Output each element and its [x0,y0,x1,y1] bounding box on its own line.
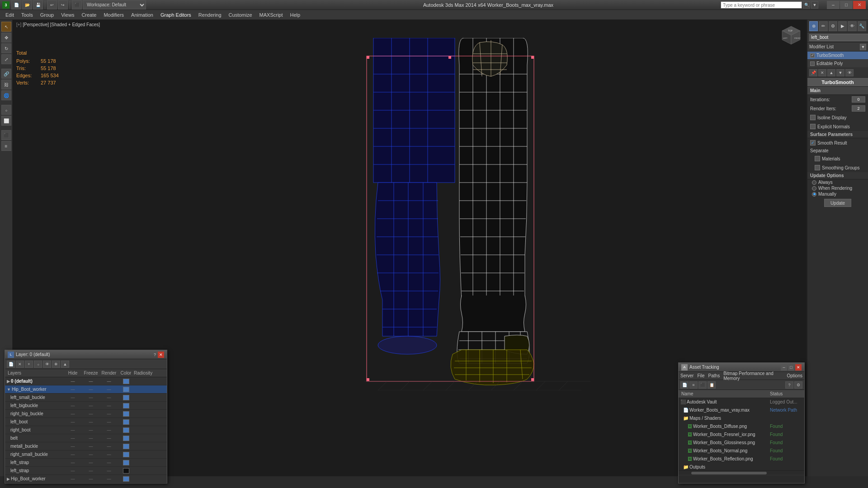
layer-row-1[interactable]: ▼ Hip_Boot_worker — — — [5,385,167,394]
modifier-item-turbosmooth[interactable]: ✓ TurboSmooth [807,52,868,60]
asset-row-diffuse[interactable]: 🖼 Worker_Boots_Diffuse.png Found [679,422,804,431]
workspace-dropdown[interactable]: Workspace: Default [83,0,146,9]
always-radio[interactable] [812,180,816,185]
asset-row-reflection[interactable]: 🖼 Worker_Boots_Reflection.png Found [679,455,804,463]
save-btn[interactable]: 💾 [33,0,43,9]
asset-menu-file[interactable]: File [697,373,704,378]
menu-item-maxscript[interactable]: MAXScript [256,11,287,19]
viewport-cube[interactable]: TOP LEFT FRONT [778,22,805,49]
isoline-checkbox[interactable] [810,115,816,120]
pin-modifier-btn[interactable]: 📌 [809,69,817,76]
asset-menu-bitmap[interactable]: Bitmap Performance and Memory [723,371,783,381]
modifier-list-dropdown[interactable]: ▼ [860,44,866,50]
command-panel-modify-btn[interactable]: ✏ [819,21,827,31]
align-btn[interactable]: ≡ [1,141,11,151]
asset-row-fresnel[interactable]: 🖼 Worker_Boots_Fresnel_ior.png Found [679,431,804,439]
menu-item-group[interactable]: Group [37,11,58,19]
layer-row-11[interactable]: left_strap — — — [5,467,167,475]
render-setup-btn[interactable]: ⬛ [72,0,82,9]
asset-scrollbar[interactable] [691,472,767,474]
layer-row-12[interactable]: ▶ Hip_Boot_worker — — — [5,475,167,483]
when-rendering-radio[interactable] [812,186,816,191]
asset-bottom-input[interactable] [679,475,804,483]
layer-panel-close-btn[interactable]: ✕ [158,352,164,358]
menu-item-tools[interactable]: Tools [18,11,37,19]
smooth-result-checkbox[interactable]: ✓ [810,140,816,145]
minimize-btn[interactable]: – [827,1,840,9]
asset-minimize-btn[interactable]: – [781,364,787,371]
asset-help-btn[interactable]: ? [785,381,793,389]
command-panel-create-btn[interactable]: ⊕ [809,21,818,31]
manually-radio[interactable] [812,192,816,197]
asset-restore-btn[interactable]: □ [788,364,794,371]
command-panel-motion-btn[interactable]: ▶ [838,21,847,31]
maximize-btn[interactable]: □ [840,1,853,9]
asset-close-btn[interactable]: ✕ [795,364,802,371]
search-input[interactable] [721,1,802,9]
asset-row-vault[interactable]: ⬛ Autodesk Vault Logged Out... [679,398,804,406]
layer-row-4[interactable]: right_big_buckle — — — [5,410,167,418]
select-region-btn[interactable]: ⬜ [1,116,11,126]
asset-btn-2[interactable]: ≡ [689,381,698,389]
asset-menu-paths[interactable]: Paths [708,373,720,378]
layer-row-5[interactable]: left_boot — — — [5,418,167,426]
rotate-tool-btn[interactable]: ↻ [1,43,11,53]
asset-row-max[interactable]: 📄 Worker_Boots_max_vray.max Network Path [679,406,804,414]
move-tool-btn[interactable]: ✥ [1,33,11,42]
move-up-modifier-btn[interactable]: ▲ [827,69,835,76]
open-btn[interactable]: 📂 [22,0,32,9]
asset-btn-4[interactable]: 📋 [708,381,716,389]
object-name-input[interactable] [809,34,868,41]
layer-row-10[interactable]: left_strap — — — [5,459,167,467]
layer-move-btn[interactable]: ▲ [61,361,69,368]
layer-new-btn[interactable]: 📄 [7,361,15,368]
redo-btn[interactable]: ↪ [58,0,68,9]
menu-item-animation[interactable]: Animation [127,11,157,19]
asset-menu-server[interactable]: Server [680,373,693,378]
menu-item-customize[interactable]: Customize [225,11,256,19]
undo-btn[interactable]: ↩ [47,0,57,9]
layer-panel-help-btn[interactable]: ? [154,352,156,357]
close-btn[interactable]: ✕ [853,1,866,9]
search-options-icon[interactable]: ▼ [811,1,818,9]
select-filter-btn[interactable]: ⬦ [1,105,11,115]
layer-freeze-btn[interactable]: ❄ [52,361,60,368]
asset-row-maps[interactable]: 📁 Maps / Shaders [679,414,804,422]
menu-item-help[interactable]: Help [287,11,304,19]
layer-del-btn[interactable]: ✕ [16,361,24,368]
layer-row-6[interactable]: right_boot — — — [5,426,167,434]
modifier-checkbox-editablepoly[interactable] [810,61,815,66]
modifier-item-editablepoly[interactable]: Editable Poly [807,60,868,68]
layer-select-btn[interactable]: ⬦ [34,361,42,368]
smoothing-groups-checkbox[interactable] [815,165,820,170]
asset-btn-1[interactable]: 📄 [680,381,689,389]
new-btn[interactable]: 📄 [11,0,21,9]
menu-item-graph-editors[interactable]: Graph Editors [157,11,195,19]
link-btn[interactable]: 🔗 [1,69,11,79]
search-icon[interactable]: 🔍 [803,1,810,9]
layer-hide-btn[interactable]: 👁 [43,361,51,368]
command-panel-hierarchy-btn[interactable]: ⚙ [829,21,837,31]
asset-row-glossiness[interactable]: 🖼 Worker_Boots_Glossiness.png Found [679,439,804,447]
viewport-label[interactable]: [+] [Perspective] [Shaded + Edged Faces] [16,22,100,27]
render-iters-input[interactable] [852,105,865,112]
menu-item-create[interactable]: Create [78,11,100,19]
menu-item-modifiers[interactable]: Modifiers [100,11,127,19]
move-down-modifier-btn[interactable]: ▼ [836,69,844,76]
asset-settings-btn[interactable]: ⚙ [794,381,802,389]
command-panel-utilities-btn[interactable]: 🔧 [858,21,866,31]
asset-row-outputs[interactable]: 📁 Outputs [679,463,804,470]
select-tool-btn[interactable]: ↖ [1,22,11,32]
layer-row-2[interactable]: left_small_buckle — — — [5,394,167,402]
modifier-checkbox-turbosmooth[interactable]: ✓ [810,53,815,58]
iterations-input[interactable] [852,96,865,103]
layer-row-7[interactable]: belt — — — [5,434,167,442]
layer-row-0[interactable]: ▶ 0 (default) — — — [5,377,167,385]
menu-item-edit[interactable]: Edit [2,11,18,19]
bind-space-warp-btn[interactable]: 🌀 [1,90,11,100]
mirror-btn[interactable]: ⬛ [1,130,11,140]
layer-row-3[interactable]: left_bigbuckle — — — [5,402,167,410]
scale-tool-btn[interactable]: ⤢ [1,54,11,64]
layer-row-9[interactable]: right_small_buckle — — — [5,450,167,459]
materials-checkbox[interactable] [815,156,820,161]
